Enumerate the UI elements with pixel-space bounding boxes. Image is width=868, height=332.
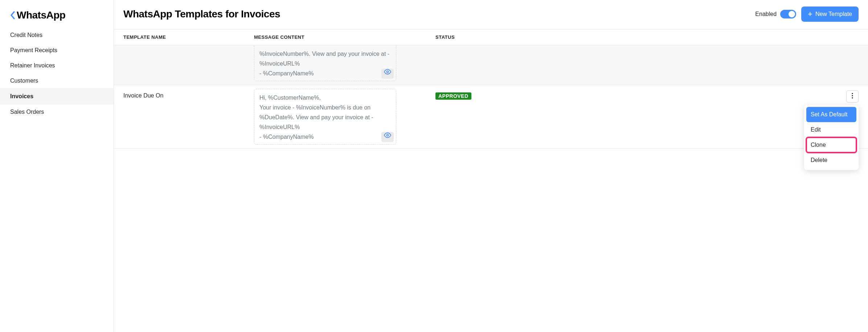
svg-point-3 bbox=[852, 95, 853, 96]
preview-button[interactable] bbox=[381, 69, 394, 79]
template-name-cell: Invoice Due On bbox=[123, 89, 254, 99]
message-text: %InvoiceNumber%. View and pay your invoi… bbox=[259, 49, 391, 79]
col-header-name: TEMPLATE NAME bbox=[123, 34, 254, 40]
col-header-message: MESSAGE CONTENT bbox=[254, 34, 435, 40]
dropdown-delete[interactable]: Delete bbox=[806, 153, 856, 168]
message-cell: Hi, %CustomerName%, Your invoice - %Invo… bbox=[254, 89, 435, 145]
plus-icon: + bbox=[808, 10, 812, 18]
status-badge: APPROVED bbox=[435, 92, 471, 100]
sidebar-item-customers[interactable]: Customers bbox=[0, 73, 114, 88]
svg-point-4 bbox=[852, 97, 853, 98]
sidebar-header: WhatsApp bbox=[0, 7, 114, 28]
enabled-toggle-wrap: Enabled bbox=[755, 10, 796, 18]
eye-icon bbox=[384, 68, 391, 78]
sidebar: WhatsApp Credit Notes Payment Receipts R… bbox=[0, 0, 114, 332]
svg-point-1 bbox=[387, 134, 389, 136]
col-header-status: STATUS bbox=[435, 34, 859, 40]
more-button[interactable] bbox=[846, 90, 859, 103]
preview-button[interactable] bbox=[381, 132, 394, 142]
main: WhatsApp Templates for Invoices Enabled … bbox=[114, 0, 868, 332]
page-title: WhatsApp Templates for Invoices bbox=[123, 8, 280, 20]
dropdown-clone[interactable]: Clone bbox=[806, 137, 856, 153]
svg-point-2 bbox=[852, 93, 853, 94]
table-row: %InvoiceNumber%. View and pay your invoi… bbox=[114, 45, 868, 85]
eye-icon bbox=[384, 132, 391, 142]
sidebar-item-payment-receipts[interactable]: Payment Receipts bbox=[0, 43, 114, 58]
sidebar-nav: Credit Notes Payment Receipts Retainer I… bbox=[0, 28, 114, 120]
table-rows: %InvoiceNumber%. View and pay your invoi… bbox=[114, 45, 868, 149]
new-template-button[interactable]: + New Template bbox=[801, 7, 859, 22]
sidebar-item-retainer-invoices[interactable]: Retainer Invoices bbox=[0, 58, 114, 73]
enabled-toggle[interactable] bbox=[780, 10, 796, 18]
table-row: Invoice Due On Hi, %CustomerName%, Your … bbox=[114, 85, 868, 149]
sidebar-item-sales-orders[interactable]: Sales Orders bbox=[0, 104, 114, 120]
back-chevron-icon[interactable] bbox=[10, 11, 15, 20]
header-actions: Enabled + New Template bbox=[755, 7, 859, 22]
svg-point-0 bbox=[387, 71, 389, 73]
sidebar-title: WhatsApp bbox=[17, 9, 65, 21]
sidebar-item-credit-notes[interactable]: Credit Notes bbox=[0, 28, 114, 43]
row-actions-dropdown: Set As Default Edit Clone Delete bbox=[804, 105, 859, 170]
enabled-label: Enabled bbox=[755, 11, 777, 17]
message-cell: %InvoiceNumber%. View and pay your invoi… bbox=[254, 45, 435, 81]
dropdown-edit[interactable]: Edit bbox=[806, 122, 856, 137]
template-name-cell bbox=[123, 45, 254, 49]
message-box: %InvoiceNumber%. View and pay your invoi… bbox=[254, 45, 396, 81]
status-cell: APPROVED Set As Default Edit bbox=[435, 89, 859, 100]
sidebar-item-invoices[interactable]: Invoices bbox=[0, 88, 114, 104]
more-vertical-icon bbox=[852, 93, 853, 100]
page-header: WhatsApp Templates for Invoices Enabled … bbox=[114, 0, 868, 29]
table-header: TEMPLATE NAME MESSAGE CONTENT STATUS bbox=[114, 29, 868, 45]
dropdown-set-default[interactable]: Set As Default bbox=[806, 107, 856, 122]
message-text: Hi, %CustomerName%, Your invoice - %Invo… bbox=[259, 93, 391, 142]
message-box: Hi, %CustomerName%, Your invoice - %Invo… bbox=[254, 89, 396, 145]
new-template-label: New Template bbox=[815, 11, 852, 17]
